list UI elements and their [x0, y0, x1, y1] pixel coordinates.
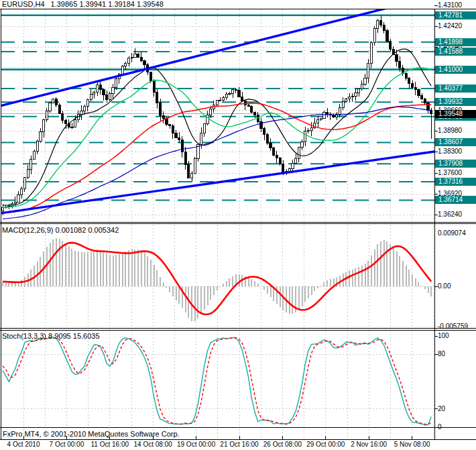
price-level-label: 1.40377 [435, 85, 476, 93]
mt4-chart-window: EURUSD,H41.39865 1.39941 1.39184 1.39548… [0, 0, 476, 450]
time-label: 21 Oct 16:00 [220, 440, 258, 449]
time-label: 19 Oct 00:00 [177, 440, 215, 449]
price-level-label: 1.41898 [435, 38, 476, 46]
price-level-label: 1.41000 [435, 66, 476, 74]
chart-canvas[interactable] [0, 0, 476, 450]
price-label: 1.37600 [438, 169, 462, 177]
price-level-label: 1.38607 [435, 138, 476, 146]
time-label: 26 Oct 08:00 [263, 440, 302, 449]
stoch-axis-label: 0 [438, 423, 442, 431]
stoch-indicator-label: Stoch(13,3,3) 8.9095 15.6035 [2, 332, 100, 340]
ohlc-values-label: 1.39865 1.39941 1.39184 1.39548 [51, 0, 164, 8]
macd-indicator-label: MACD(12,26,9) 0.001082 0.005342 [2, 226, 119, 234]
price-level-label: 1.39932 [435, 98, 476, 106]
price-level-label: 1.41588 [435, 48, 476, 56]
time-label: 11 Oct 16:00 [91, 440, 129, 449]
price-label: 1.42420 [438, 22, 462, 30]
stoch-axis-label: 100 [438, 332, 449, 340]
price-level-label: 1.42781 [435, 11, 476, 19]
time-label: 5 Nov 08:00 [394, 440, 430, 449]
price-label: 1.43100 [438, 1, 462, 9]
price-label: 1.38980 [438, 127, 462, 135]
time-label: 4 Oct 2010 [7, 440, 40, 449]
price-level-label: 1.37908 [435, 160, 476, 168]
symbol-timeframe-label: EURUSD,H4 [2, 0, 45, 8]
time-label: 7 Oct 00:00 [50, 440, 84, 449]
copyright-footer: FxPro MT4, © 2001-2010 MetaQuotes Softwa… [3, 429, 180, 439]
current-price-label: 1.39548 [435, 110, 476, 118]
price-label: 1.36240 [438, 211, 462, 219]
chart-title: EURUSD,H41.39865 1.39941 1.39184 1.39548 [2, 0, 164, 9]
time-label: 14 Oct 08:00 [134, 440, 172, 449]
time-label: 29 Oct 00:00 [306, 440, 345, 449]
time-label: 2 Nov 16:00 [351, 440, 387, 449]
price-level-label: 1.36714 [435, 196, 476, 204]
price-label: 1.38300 [438, 148, 462, 156]
macd-axis-label: 0.009074 [438, 229, 466, 237]
stoch-axis-label: 20 [438, 405, 445, 413]
macd-axis-label: -0.005759 [438, 323, 468, 331]
price-level-label: 1.37316 [435, 178, 476, 186]
stoch-axis-label: 80 [438, 350, 445, 358]
macd-axis-label: 0.00 [438, 282, 451, 290]
